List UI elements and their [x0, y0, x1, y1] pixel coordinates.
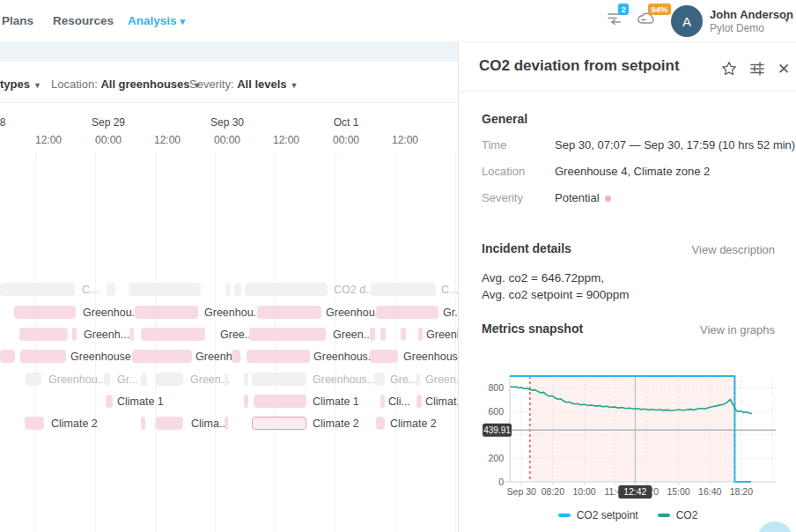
- incident-bar-selected[interactable]: [252, 417, 306, 430]
- incident-bar[interactable]: [141, 328, 205, 341]
- incident-label: Climate 1: [313, 395, 359, 409]
- incident-label: Greenhou...: [204, 306, 262, 320]
- incident-bar[interactable]: [232, 350, 240, 363]
- incident-bar[interactable]: [72, 328, 77, 341]
- incidents-timeline-panel: types▼ Location: All greenhouses▼ Severi…: [0, 42, 458, 532]
- axis-date-label: Sep 29: [92, 116, 125, 129]
- timeline-gridline: [455, 151, 456, 532]
- x-tick-label: 18:20: [730, 486, 753, 497]
- incident-label: Greenhouse 3: [70, 350, 140, 364]
- incident-bar[interactable]: [416, 373, 420, 386]
- incident-bar[interactable]: [0, 350, 15, 363]
- time-label: Time: [482, 138, 506, 151]
- metrics-snapshot-heading: Metrics snapshot: [482, 321, 583, 336]
- star-icon[interactable]: [720, 60, 738, 78]
- toolbar-band: [0, 42, 458, 62]
- legend-item[interactable]: CO2: [658, 509, 698, 521]
- nav-item-analysis[interactable]: Analysis▾: [128, 14, 185, 27]
- incident-bar[interactable]: [245, 283, 328, 296]
- incident-bar[interactable]: [244, 395, 248, 408]
- incident-bar[interactable]: [380, 328, 386, 341]
- incident-bar[interactable]: [401, 328, 406, 341]
- incident-bar[interactable]: [14, 306, 76, 319]
- incident-bar[interactable]: [376, 417, 385, 430]
- incident-bar[interactable]: [371, 283, 436, 296]
- profile-menu-caret[interactable]: ▾: [785, 15, 789, 25]
- avatar[interactable]: A: [671, 5, 703, 37]
- settings-sliders-icon[interactable]: [748, 60, 766, 78]
- incident-bar[interactable]: [19, 328, 68, 341]
- legend-item[interactable]: CO2 setpoint: [558, 509, 638, 521]
- incident-bar[interactable]: [156, 373, 183, 386]
- axis-date-label: Oct 1: [334, 116, 359, 129]
- timeline-grid: C...CO2 d...C...Greenhou...Greenhou...Gr…: [0, 151, 458, 532]
- filters-bar: types▼ Location: All greenhouses▼ Severi…: [0, 62, 458, 103]
- incident-bar[interactable]: [0, 283, 75, 296]
- filter-types[interactable]: types▼: [0, 78, 41, 91]
- incident-bar[interactable]: [370, 328, 375, 341]
- incident-label: Gr...: [443, 306, 458, 320]
- close-icon[interactable]: ✕: [775, 60, 792, 78]
- incident-bar[interactable]: [106, 395, 113, 408]
- incident-label: Gr...: [117, 373, 138, 387]
- incident-label: C...: [82, 283, 99, 297]
- incident-bar[interactable]: [135, 306, 198, 319]
- view-in-graphs-link[interactable]: View in graphs: [700, 323, 775, 336]
- incident-bar[interactable]: [129, 283, 201, 296]
- incident-bar[interactable]: [244, 373, 248, 386]
- incident-bar[interactable]: [418, 328, 423, 341]
- incident-bar[interactable]: [26, 373, 41, 386]
- incident-bar[interactable]: [252, 373, 306, 386]
- y-tick-label: 600: [488, 406, 504, 417]
- incident-bar[interactable]: [107, 283, 115, 296]
- incident-bar[interactable]: [254, 395, 306, 408]
- nav-item-resources[interactable]: Resources: [53, 14, 114, 27]
- timeline-gridline: [335, 151, 336, 532]
- incident-bar[interactable]: [141, 417, 145, 430]
- incident-label: CO2 d...: [334, 283, 375, 297]
- incident-bar[interactable]: [156, 417, 183, 430]
- incident-bar[interactable]: [374, 373, 385, 386]
- incident-bar[interactable]: [376, 306, 439, 319]
- timeline-gridline: [95, 151, 96, 532]
- legend-swatch: [658, 514, 670, 517]
- incident-bar[interactable]: [132, 350, 192, 363]
- incident-bar[interactable]: [416, 395, 422, 408]
- incident-bar[interactable]: [225, 417, 228, 430]
- nav-item-plans[interactable]: Plans: [2, 14, 33, 27]
- incident-label: Clima...: [191, 417, 228, 431]
- incident-bar[interactable]: [370, 350, 398, 363]
- incident-bar[interactable]: [225, 283, 231, 296]
- y-crosshair-badge-text: 439.91: [483, 425, 511, 435]
- incident-label: Climate 2: [313, 417, 359, 431]
- incident-bar[interactable]: [257, 306, 321, 319]
- flows-button[interactable]: 2: [606, 9, 629, 32]
- incident-bar[interactable]: [25, 417, 44, 430]
- incident-bar[interactable]: [129, 328, 134, 341]
- incident-label: Gre...: [390, 373, 417, 387]
- axis-time-label: 00:00: [95, 134, 122, 146]
- severity-value: Potential: [555, 191, 611, 204]
- incident-label: Green...: [425, 373, 458, 387]
- incident-bar[interactable]: [20, 350, 66, 363]
- panel-divider: [459, 91, 796, 92]
- incident-bar[interactable]: [249, 328, 326, 341]
- incident-bar[interactable]: [247, 350, 310, 363]
- incident-details-heading: Incident details: [482, 241, 571, 255]
- incident-bar[interactable]: [380, 395, 385, 408]
- view-description-link[interactable]: View description: [692, 243, 775, 256]
- timeline-gridline: [215, 151, 216, 532]
- incident-bar[interactable]: [141, 373, 147, 386]
- timeline-gridline: [275, 151, 276, 532]
- y-tick-label: 0: [498, 477, 504, 487]
- incident-bar[interactable]: [225, 373, 228, 386]
- incident-label: Cli...: [388, 395, 410, 409]
- filter-location[interactable]: Location: All greenhouses▼: [51, 78, 201, 91]
- x-tick-label: 08:20: [542, 486, 564, 497]
- incident-label: Greenhous...: [313, 350, 377, 364]
- sync-button[interactable]: 94%: [636, 9, 659, 32]
- incident-bar[interactable]: [234, 283, 241, 296]
- incident-label: Green...: [333, 328, 372, 342]
- filter-severity[interactable]: Severity: All levels▼: [189, 78, 298, 91]
- incident-bar[interactable]: [104, 373, 110, 386]
